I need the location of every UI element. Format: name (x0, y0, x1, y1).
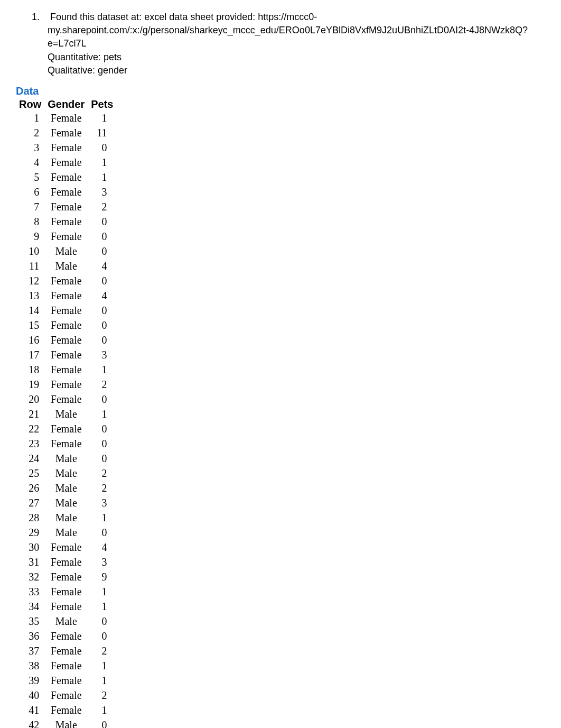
table-row: 39Female1 (16, 673, 117, 688)
cell-row: 1 (16, 110, 44, 125)
cell-row: 35 (16, 614, 44, 629)
cell-pets: 9 (88, 569, 116, 584)
cell-pets: 2 (88, 377, 116, 392)
cell-row: 2 (16, 125, 44, 140)
cell-gender: Female (44, 333, 88, 347)
cell-pets: 1 (88, 658, 116, 673)
cell-pets: 0 (88, 629, 116, 643)
table-row: 8Female0 (16, 214, 117, 229)
table-row: 14Female0 (16, 303, 117, 318)
table-row: 24Male0 (16, 451, 117, 466)
cell-gender: Male (44, 717, 88, 728)
table-row: 5Female1 (16, 170, 117, 185)
cell-gender: Female (44, 362, 88, 377)
table-row: 33Female1 (16, 584, 117, 599)
cell-gender: Female (44, 110, 88, 125)
cell-row: 6 (16, 185, 44, 199)
cell-row: 21 (16, 407, 44, 421)
cell-pets: 0 (88, 303, 116, 318)
table-row: 3Female0 (16, 140, 117, 155)
cell-pets: 4 (88, 288, 116, 303)
table-row: 32Female9 (16, 569, 117, 584)
cell-gender: Male (44, 495, 88, 510)
list-text-line4: Qualitative: gender (48, 64, 545, 77)
cell-gender: Female (44, 303, 88, 318)
cell-pets: 0 (88, 214, 116, 229)
cell-row: 39 (16, 673, 44, 688)
cell-row: 9 (16, 229, 44, 244)
cell-gender: Female (44, 347, 88, 362)
cell-pets: 1 (88, 584, 116, 599)
table-row: 16Female0 (16, 333, 117, 347)
table-row: 36Female0 (16, 629, 117, 643)
cell-pets: 0 (88, 244, 116, 259)
cell-gender: Female (44, 569, 88, 584)
table-row: 21Male1 (16, 407, 117, 421)
cell-pets: 2 (88, 466, 116, 481)
list-text-line3: Quantitative: pets (48, 51, 545, 64)
cell-row: 31 (16, 555, 44, 569)
table-row: 20Female0 (16, 392, 117, 407)
table-row: 13Female4 (16, 288, 117, 303)
cell-row: 42 (16, 717, 44, 728)
cell-row: 32 (16, 569, 44, 584)
cell-pets: 1 (88, 407, 116, 421)
table-row: 28Male1 (16, 510, 117, 525)
cell-row: 30 (16, 540, 44, 555)
table-row: 40Female2 (16, 688, 117, 703)
cell-row: 12 (16, 273, 44, 288)
table-row: 38Female1 (16, 658, 117, 673)
cell-gender: Male (44, 614, 88, 629)
cell-row: 25 (16, 466, 44, 481)
header-gender: Gender (44, 98, 88, 110)
cell-row: 8 (16, 214, 44, 229)
table-row: 34Female1 (16, 599, 117, 614)
cell-pets: 3 (88, 185, 116, 199)
cell-pets: 0 (88, 273, 116, 288)
header-pets: Pets (88, 98, 116, 110)
cell-gender: Male (44, 510, 88, 525)
cell-gender: Female (44, 436, 88, 451)
table-row: 11Male4 (16, 259, 117, 273)
cell-pets: 1 (88, 599, 116, 614)
table-row: 19Female2 (16, 377, 117, 392)
cell-gender: Female (44, 703, 88, 717)
cell-row: 4 (16, 155, 44, 170)
table-row: 41Female1 (16, 703, 117, 717)
cell-row: 11 (16, 259, 44, 273)
cell-row: 28 (16, 510, 44, 525)
cell-gender: Female (44, 185, 88, 199)
cell-pets: 4 (88, 540, 116, 555)
table-row: 1Female1 (16, 110, 117, 125)
table-row: 27Male3 (16, 495, 117, 510)
data-table: Row Gender Pets 1Female12Female113Female… (16, 98, 117, 728)
cell-pets: 0 (88, 392, 116, 407)
cell-pets: 0 (88, 717, 116, 728)
table-row: 7Female2 (16, 199, 117, 214)
cell-gender: Female (44, 540, 88, 555)
cell-pets: 0 (88, 140, 116, 155)
cell-gender: Female (44, 421, 88, 436)
cell-gender: Male (44, 481, 88, 495)
cell-gender: Male (44, 525, 88, 540)
cell-row: 22 (16, 421, 44, 436)
cell-pets: 1 (88, 362, 116, 377)
cell-pets: 1 (88, 673, 116, 688)
table-row: 26Male2 (16, 481, 117, 495)
table-row: 30Female4 (16, 540, 117, 555)
cell-row: 37 (16, 643, 44, 658)
cell-row: 5 (16, 170, 44, 185)
cell-row: 40 (16, 688, 44, 703)
cell-gender: Female (44, 377, 88, 392)
cell-row: 17 (16, 347, 44, 362)
cell-row: 18 (16, 362, 44, 377)
cell-pets: 1 (88, 110, 116, 125)
cell-row: 33 (16, 584, 44, 599)
cell-row: 10 (16, 244, 44, 259)
cell-row: 24 (16, 451, 44, 466)
cell-pets: 0 (88, 421, 116, 436)
header-row: Row (16, 98, 44, 110)
table-row: 42Male0 (16, 717, 117, 728)
cell-gender: Male (44, 244, 88, 259)
list-number: 1. (32, 11, 48, 24)
